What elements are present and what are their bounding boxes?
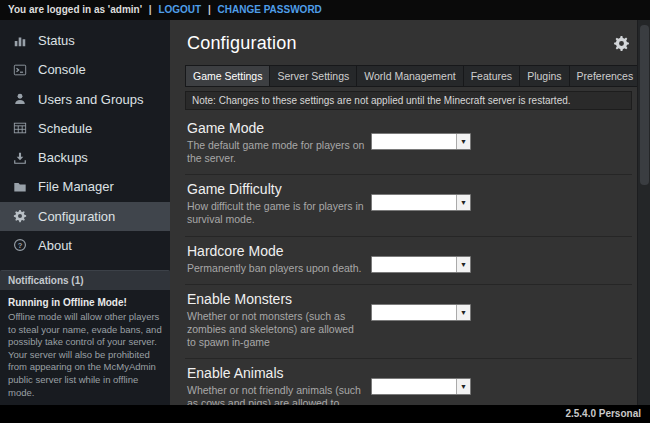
sidebar-item-label: About bbox=[38, 238, 72, 253]
settings-gear-button[interactable] bbox=[613, 35, 630, 52]
separator: | bbox=[149, 4, 152, 15]
select-value bbox=[372, 257, 456, 272]
logout-link[interactable]: LOGOUT bbox=[158, 4, 201, 15]
sidebar-item-users-and-groups[interactable]: Users and Groups bbox=[0, 85, 170, 114]
sidebar-item-configuration[interactable]: Configuration bbox=[0, 202, 170, 231]
folder-icon bbox=[12, 180, 27, 194]
tab-game-settings[interactable]: Game Settings bbox=[185, 65, 269, 87]
select-value bbox=[372, 379, 456, 394]
restart-note: Note: Changes to these settings are not … bbox=[185, 91, 632, 110]
setting-title: Game Difficulty bbox=[187, 181, 369, 197]
setting-description: The default game mode for players on the… bbox=[187, 139, 365, 165]
scrollbar-thumb[interactable] bbox=[640, 25, 649, 185]
setting-description: Whether or not friendly animals (such as… bbox=[187, 384, 365, 405]
sidebar-item-label: File Manager bbox=[38, 179, 114, 194]
tab-bar: Game Settings Server Settings World Mana… bbox=[185, 65, 645, 87]
tab-preferences[interactable]: Preferences bbox=[569, 65, 641, 87]
sidebar-item-console[interactable]: Console bbox=[0, 55, 170, 84]
scrollbar[interactable] bbox=[637, 20, 650, 405]
page-header: Configuration bbox=[185, 20, 632, 65]
setting-title: Enable Monsters bbox=[187, 291, 369, 307]
version-label: 2.5.4.0 Personal bbox=[565, 408, 641, 419]
question-circle-icon: ? bbox=[12, 238, 27, 252]
tab-server-settings[interactable]: Server Settings bbox=[269, 65, 356, 87]
tab-world-management[interactable]: World Management bbox=[356, 65, 462, 87]
topbar: You are logged in as 'admin' | LOGOUT | … bbox=[0, 0, 650, 20]
select-value bbox=[372, 195, 456, 210]
sidebar-item-label: Configuration bbox=[38, 209, 115, 224]
enable-monsters-select[interactable]: ▼ bbox=[371, 304, 471, 321]
setting-title: Enable Animals bbox=[187, 365, 369, 381]
chevron-down-icon: ▼ bbox=[456, 305, 470, 320]
setting-description: How difficult the game is for players in… bbox=[187, 200, 365, 226]
tab-features[interactable]: Features bbox=[463, 65, 519, 87]
game-mode-select[interactable]: ▼ bbox=[371, 133, 471, 150]
separator: | bbox=[208, 4, 211, 15]
gear-icon bbox=[12, 209, 27, 223]
backups-icon bbox=[12, 151, 27, 165]
status-icon bbox=[12, 34, 27, 48]
notifications-header: Notifications (1) bbox=[0, 270, 170, 290]
game-difficulty-select[interactable]: ▼ bbox=[371, 194, 471, 211]
logged-in-text: You are logged in as 'admin' bbox=[8, 4, 142, 15]
sidebar-item-schedule[interactable]: Schedule bbox=[0, 114, 170, 143]
page-title: Configuration bbox=[187, 33, 297, 54]
setting-description: Permanently ban players upon death. bbox=[187, 262, 365, 275]
sidebar-item-label: Users and Groups bbox=[38, 92, 144, 107]
sidebar-item-about[interactable]: ? About bbox=[0, 231, 170, 260]
chevron-down-icon: ▼ bbox=[456, 195, 470, 210]
sidebar-item-label: Console bbox=[38, 62, 86, 77]
notification-text: Offline mode will allow other players to… bbox=[8, 311, 162, 399]
schedule-icon bbox=[12, 121, 27, 135]
select-value bbox=[372, 134, 456, 149]
sidebar-item-status[interactable]: Status bbox=[0, 26, 170, 55]
setting-row-enable-animals: Enable Animals Whether or not friendly a… bbox=[185, 358, 632, 405]
sidebar-item-backups[interactable]: Backups bbox=[0, 143, 170, 172]
change-password-link[interactable]: CHANGE PASSWORD bbox=[218, 4, 322, 15]
setting-row-game-mode: Game Mode The default game mode for play… bbox=[185, 114, 632, 174]
notification-title: Running in Offline Mode! bbox=[8, 296, 162, 309]
tab-plugins[interactable]: Plugins bbox=[519, 65, 568, 87]
sidebar-item-label: Backups bbox=[38, 150, 88, 165]
chevron-down-icon: ▼ bbox=[456, 257, 470, 272]
footer-bar: 2.5.4.0 Personal bbox=[0, 405, 650, 423]
select-value bbox=[372, 305, 456, 320]
chevron-down-icon: ▼ bbox=[456, 379, 470, 394]
settings-list: Game Mode The default game mode for play… bbox=[185, 114, 632, 405]
setting-title: Game Mode bbox=[187, 120, 369, 136]
sidebar-item-label: Schedule bbox=[38, 121, 92, 136]
setting-description: Whether or not monsters (such as zombies… bbox=[187, 310, 365, 349]
enable-animals-select[interactable]: ▼ bbox=[371, 378, 471, 395]
hardcore-mode-select[interactable]: ▼ bbox=[371, 256, 471, 273]
chevron-down-icon: ▼ bbox=[456, 134, 470, 149]
sidebar: Status Console Users and Groups Schedule bbox=[0, 20, 170, 405]
setting-row-enable-monsters: Enable Monsters Whether or not monsters … bbox=[185, 284, 632, 358]
notification-item: Running in Offline Mode! Offline mode wi… bbox=[0, 290, 170, 405]
setting-row-game-difficulty: Game Difficulty How difficult the game i… bbox=[185, 174, 632, 235]
svg-text:?: ? bbox=[17, 241, 22, 250]
app-body: Status Console Users and Groups Schedule bbox=[0, 20, 650, 405]
sidebar-item-file-manager[interactable]: File Manager bbox=[0, 172, 170, 201]
users-icon bbox=[12, 92, 27, 106]
sidebar-item-label: Status bbox=[38, 33, 75, 48]
console-icon bbox=[12, 63, 27, 77]
setting-title: Hardcore Mode bbox=[187, 243, 369, 259]
setting-row-hardcore-mode: Hardcore Mode Permanently ban players up… bbox=[185, 236, 632, 284]
main-content: Configuration Game Settings Server Setti… bbox=[170, 20, 650, 405]
